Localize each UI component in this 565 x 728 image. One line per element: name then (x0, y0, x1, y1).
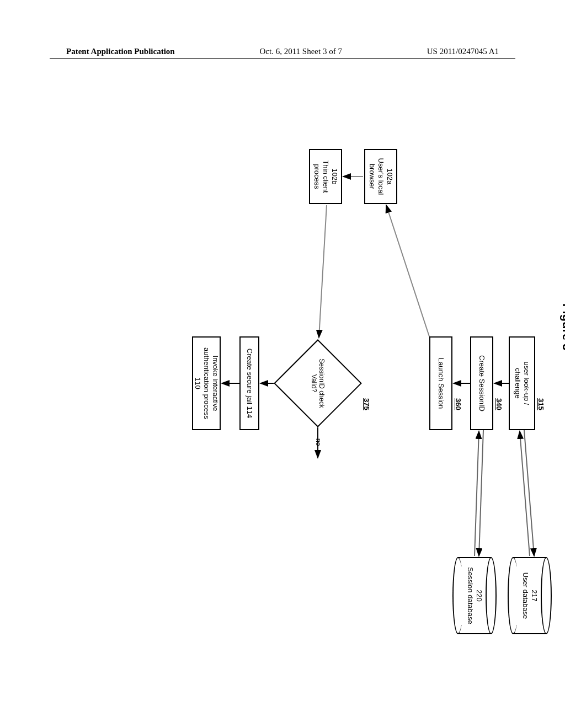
box-launch-session: Launch Session (429, 336, 452, 430)
svg-line-7 (479, 430, 483, 556)
box-user-browser-id: 102a (385, 169, 394, 185)
box-launch-session-text: Launch Session (436, 358, 445, 409)
diamond-sessionid-check: SessionID check Valid? (274, 339, 362, 427)
ref-375: 375 (363, 398, 371, 410)
box-thin-client-text: Thin client process (312, 160, 331, 192)
box-user-browser: 102a User's local browser (364, 149, 397, 204)
header-center: Oct. 6, 2011 Sheet 3 of 7 (259, 47, 342, 56)
page-header: Patent Application Publication Oct. 6, 2… (50, 47, 515, 59)
db-session: 220 Session database (452, 557, 497, 634)
box-create-sessionid: Create SessionID (470, 336, 493, 430)
db-session-text: Session database (466, 557, 475, 634)
box-create-jail-text: Create secure jail 114 (245, 349, 254, 418)
box-thin-client-id: 102b (330, 169, 339, 185)
db-user-id: 217 (530, 557, 539, 634)
svg-line-6 (520, 431, 530, 556)
svg-line-5 (524, 430, 534, 556)
svg-line-8 (475, 431, 479, 556)
db-user: 217 User database (508, 557, 552, 634)
connectors (177, 138, 565, 656)
box-create-sessionid-text: Create SessionID (477, 355, 486, 411)
label-no: no (315, 438, 322, 446)
db-user-text: User database (521, 557, 530, 634)
box-invoke-auth: Invoke interactive authentication proces… (192, 336, 221, 430)
svg-line-9 (386, 205, 429, 336)
ref-340: 340 (495, 398, 503, 410)
svg-line-11 (319, 205, 327, 338)
figure-diagram: Figure 3 315 340 360 375 user look-up / … (55, 182, 508, 601)
ref-360: 360 (454, 398, 462, 410)
box-user-lookup-text: user look-up / challenge (513, 362, 531, 405)
diamond-text: SessionID check Valid? (310, 339, 326, 427)
box-user-browser-text: User's local browser (367, 158, 386, 195)
box-create-jail: Create secure jail 114 (239, 336, 259, 430)
box-user-lookup: user look-up / challenge (509, 336, 535, 430)
header-left: Patent Application Publication (66, 47, 175, 56)
ref-315: 315 (537, 398, 545, 410)
db-session-id: 220 (475, 557, 483, 634)
box-thin-client: 102b Thin client process (309, 149, 342, 204)
header-right: US 2011/0247045 A1 (427, 47, 499, 56)
figure-title: Figure 3 (559, 303, 565, 351)
box-invoke-auth-text: Invoke interactive authentication proces… (193, 347, 220, 419)
